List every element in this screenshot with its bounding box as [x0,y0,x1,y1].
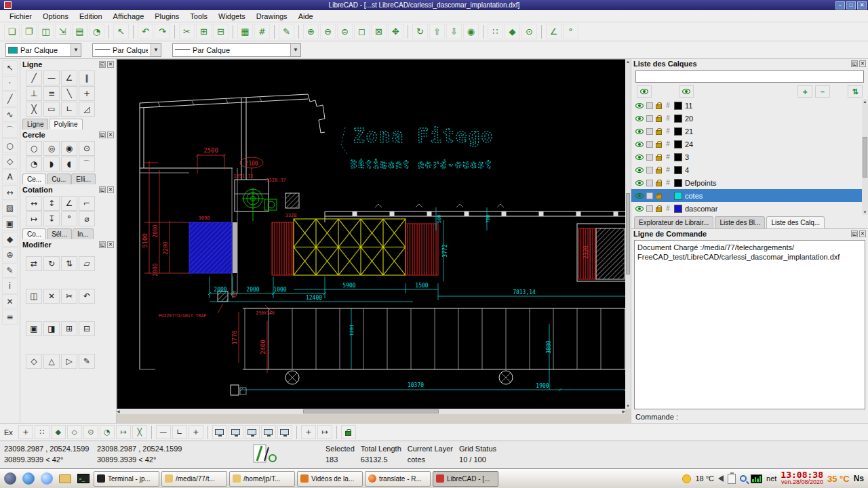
layer-row[interactable]: # 24 [631,138,862,150]
network-label[interactable]: net [766,474,776,483]
tab-block-list[interactable]: Liste des Bl... [715,216,765,228]
scroll-down-icon[interactable]: ▼ [863,209,867,215]
undo-button[interactable] [138,24,153,39]
freeze-icon[interactable] [646,180,653,186]
snap-center-button[interactable] [83,425,98,439]
scroll-down-icon[interactable]: ▼ [626,403,630,409]
order-tool[interactable] [2,310,18,325]
tool-button[interactable] [61,157,77,171]
tool-button[interactable] [79,141,95,156]
layer-row[interactable]: # cotes [631,189,862,202]
zoom-auto-button[interactable] [337,24,353,39]
tool-button[interactable] [43,321,60,336]
file-manager-launcher[interactable] [57,470,73,487]
eye-icon[interactable] [635,116,644,121]
tool-button[interactable] [26,256,42,271]
eye-icon[interactable] [635,129,644,134]
scrollbar-thumb[interactable] [863,137,867,178]
tool-button[interactable] [79,70,95,85]
tab-ligne[interactable]: Ligne [22,119,48,129]
zoom-out-button[interactable] [320,24,336,39]
eye-icon[interactable] [635,193,644,199]
taskbar-window-media[interactable]: /media/77/t... [161,471,227,487]
float-panel-icon[interactable]: ◱ [851,230,858,237]
modify-layer-button[interactable]: ⇅ [848,85,863,98]
close-panel-icon[interactable]: ✕ [107,241,114,248]
add-layer-button[interactable]: ＋ [797,85,812,98]
zoom-previous-button[interactable] [354,24,370,39]
lock-icon[interactable] [656,156,662,161]
tool-button[interactable] [79,102,95,117]
layer-row[interactable]: # 4 [631,163,862,176]
tab-library-explorer[interactable]: Explorateur de Librair... [634,216,713,228]
menu-plugins[interactable]: Plugins [149,11,184,22]
tab-ellipse[interactable]: Elli... [71,174,96,184]
tool-button[interactable] [26,211,42,226]
tab-curve[interactable]: Cu... [47,174,71,184]
eye-icon[interactable] [635,142,644,147]
scrollbar-thumb[interactable] [626,193,630,274]
select-pointer-button[interactable] [113,24,129,39]
tool-button[interactable] [61,86,77,101]
taskbar-window-librecad[interactable]: LibreCAD - [... [433,471,498,487]
snap-middle-button[interactable] [100,425,115,439]
close-panel-icon[interactable]: ✕ [859,230,866,237]
tool-button[interactable] [43,157,60,171]
tab-selection[interactable]: Sél... [47,228,72,239]
layer-row[interactable]: # 20 [631,112,862,125]
point-tool[interactable] [2,76,18,91]
open-button[interactable] [21,24,37,39]
menu-affichage[interactable]: Affichage [108,11,150,22]
layer-row[interactable]: # Defpoints [631,176,862,189]
layer-list-scrollbar[interactable]: ▲ ▼ [862,99,868,215]
construction-icon[interactable]: # [665,166,671,174]
order-up-button[interactable] [429,24,445,39]
tool-button[interactable] [26,141,42,156]
linetype-combo[interactable]: Par Calque ▼ [172,43,301,57]
layer-row[interactable]: # dascomar [631,202,862,215]
restrict-orthogonal-button[interactable] [172,425,187,439]
float-panel-icon[interactable]: ◱ [99,241,106,248]
delete-tool[interactable] [2,294,18,309]
chromium-launcher[interactable] [39,470,55,487]
tool-button[interactable] [79,211,95,226]
scroll-right-icon[interactable]: ▶ [622,409,625,414]
freeze-icon[interactable] [646,141,653,148]
tool-button[interactable] [43,86,60,101]
tool-button[interactable] [79,157,95,171]
eye-icon[interactable] [635,155,644,160]
new-button[interactable] [4,24,20,39]
zoom-pan-button[interactable] [388,24,403,39]
tool-button[interactable] [79,86,95,101]
redraw-button[interactable] [412,24,428,39]
tool-button[interactable] [61,211,77,226]
workspace-button[interactable] [212,425,227,439]
tab-layer-list[interactable]: Liste des Calq... [766,216,825,228]
snap-endpoint-button[interactable] [505,24,520,39]
set-relative-zero-button[interactable] [301,425,316,439]
clock-widget[interactable]: 13:08:38 ven.28/08/2020 [781,471,823,486]
snap-center-button[interactable] [521,24,537,39]
drawing-canvas[interactable]: Zona FitegoBâtiment nord-ouest2500210018… [117,59,625,409]
scroll-left-icon[interactable]: ◀ [117,409,120,414]
construction-icon[interactable]: # [665,115,671,122]
construction-icon[interactable]: # [665,127,671,135]
hatch-tool[interactable] [2,201,18,216]
float-panel-icon[interactable]: ◱ [99,61,106,68]
lock-relative-zero-button[interactable] [341,425,356,439]
eye-icon[interactable] [635,206,644,211]
menu-aide[interactable]: Aide [293,11,319,22]
restrict-nothing-button[interactable] [189,425,203,439]
zoom-window-button[interactable] [371,24,387,39]
modify-tool[interactable] [2,263,18,278]
float-panel-icon[interactable]: ◱ [851,60,858,67]
lock-icon[interactable] [656,143,662,148]
tool-button[interactable] [26,70,42,85]
pen-edit-button[interactable] [279,24,294,39]
tool-button[interactable] [61,70,77,85]
menu-tools[interactable]: Tools [184,11,213,22]
info-tool[interactable] [2,279,18,293]
tool-button[interactable] [61,321,77,336]
tab-cercle[interactable]: Ce... [22,174,46,184]
scroll-up-icon[interactable]: ▲ [863,99,867,104]
